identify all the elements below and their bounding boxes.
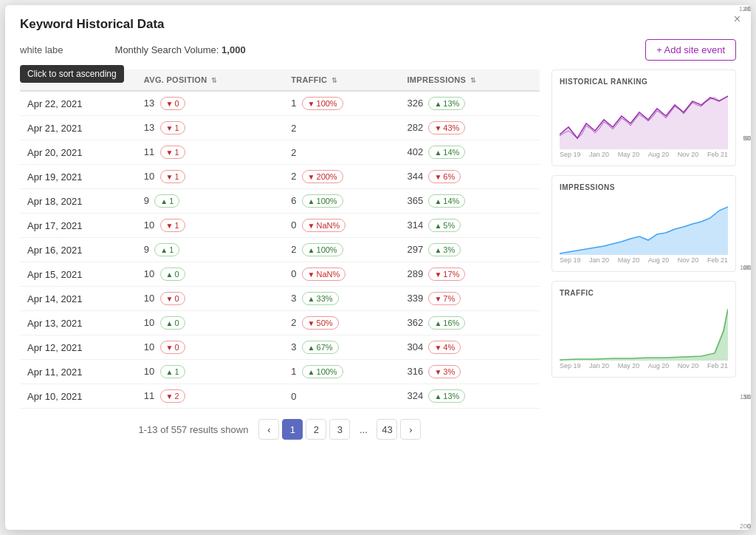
table-row: Apr 19, 202110 ▼12 ▼200%344 ▼6% (20, 165, 540, 189)
position-badge: ▼1 (160, 146, 185, 159)
impressions-cell: 365 ▲14% (400, 189, 540, 214)
impressions-badge: ▼43% (428, 121, 465, 134)
table-row: Apr 12, 202110 ▼03 ▲67%304 ▼4% (20, 335, 540, 360)
impressions-cell: 324 ▲13% (400, 384, 540, 409)
page-2-button[interactable]: 2 (306, 419, 326, 440)
historical-ranking-title: HISTORICAL RANKING (560, 78, 728, 86)
traffic-badge: ▲100% (302, 243, 343, 256)
impressions-badge: ▼4% (428, 341, 461, 354)
table-row: Apr 15, 202110 ▲00 ▼NaN%289 ▼17% (20, 262, 540, 287)
main-content: DATE ⇅ AVG. Position ⇅ TRAFFIC ⇅ IMPRESS… (20, 69, 736, 440)
traffic-cell: 1 ▲100% (284, 360, 399, 384)
impressions-sort-icon: ⇅ (470, 77, 476, 84)
ranking-x-labels: Sep 19Jan 20May 20Aug 20Nov 20Feb 21 (560, 151, 728, 158)
traffic-x-labels: Sep 19Jan 20May 20Aug 20Nov 20Feb 21 (560, 362, 728, 369)
position-cell: 13 ▼0 (137, 91, 284, 116)
page-43-button[interactable]: 43 (377, 419, 397, 440)
position-badge: ▼1 (160, 219, 185, 232)
position-cell: 10 ▼1 (137, 165, 284, 189)
date-cell: Apr 14, 2021 (20, 287, 137, 311)
traffic-cell: 3 ▲67% (284, 335, 399, 360)
pagination: 1-13 of 557 results shown ‹ 1 2 3 ... 43… (20, 419, 540, 440)
sort-tooltip: Click to sort ascending (20, 65, 124, 83)
date-cell: Apr 17, 2021 (20, 214, 137, 238)
date-cell: Apr 11, 2021 (20, 360, 137, 384)
impressions-cell: 402 ▲14% (400, 140, 540, 165)
page-dots: ... (353, 419, 374, 440)
impressions-card: IMPRESSIONS 12K9K6K3K0 Sep 19Jan 20M (551, 175, 736, 272)
svg-marker-1 (560, 207, 728, 255)
table-row: Apr 10, 202111 ▼20324 ▲13% (20, 384, 540, 409)
traffic-cell: 2 ▼50% (284, 311, 399, 335)
col-impressions[interactable]: IMPRESSIONS ⇅ (400, 69, 540, 91)
pagination-info: 1-13 of 557 results shown (139, 424, 249, 435)
impressions-cell: 362 ▲16% (400, 311, 540, 335)
date-cell: Apr 10, 2021 (20, 384, 137, 409)
traffic-chart-title: TRAFFIC (560, 289, 728, 297)
traffic-cell: 0 ▼NaN% (284, 262, 399, 287)
traffic-cell: 2 (284, 140, 399, 165)
svg-marker-2 (560, 309, 728, 361)
svg-marker-0 (560, 96, 728, 149)
impressions-badge: ▲13% (428, 389, 465, 403)
position-badge: ▼2 (160, 389, 185, 403)
date-cell: Apr 13, 2021 (20, 311, 137, 335)
traffic-badge: ▲67% (302, 341, 339, 354)
position-badge: ▼0 (160, 341, 185, 354)
traffic-badge: ▼NaN% (302, 268, 346, 281)
impressions-cell: 344 ▼6% (400, 165, 540, 189)
table-row: Apr 16, 20219 ▲12 ▲100%297 ▲3% (20, 238, 540, 262)
impressions-badge: ▲13% (428, 97, 465, 110)
impressions-cell: 316 ▼3% (400, 360, 540, 384)
impressions-badge: ▲14% (428, 194, 465, 208)
charts-section: HISTORICAL RANKING 15010015020 (551, 69, 736, 440)
position-badge: ▲0 (160, 316, 185, 330)
position-cell: 10 ▲0 (137, 262, 284, 287)
add-site-event-button[interactable]: + Add site event (645, 39, 736, 61)
table-row: Apr 17, 202110 ▼10 ▼NaN%314 ▲5% (20, 214, 540, 238)
traffic-cell: 2 ▲100% (284, 238, 399, 262)
impressions-badge: ▲3% (428, 243, 461, 256)
traffic-cell: 1 ▼100% (284, 91, 399, 116)
date-cell: Apr 21, 2021 (20, 116, 137, 140)
next-page-button[interactable]: › (400, 419, 421, 440)
traffic-cell: 0 (284, 384, 399, 409)
impressions-badge: ▲5% (428, 219, 461, 232)
impressions-cell: 339 ▼7% (400, 287, 540, 311)
position-cell: 11 ▼1 (137, 140, 284, 165)
table-row: Apr 14, 202110 ▼03 ▲33%339 ▼7% (20, 287, 540, 311)
page-3-button[interactable]: 3 (329, 419, 350, 440)
table-row: Apr 22, 202113 ▼01 ▼100%326 ▲13% (20, 91, 540, 116)
traffic-badge: ▼50% (302, 316, 339, 330)
position-badge: ▼0 (160, 292, 185, 305)
modal: × Keyword Historical Data white labe Cli… (5, 5, 751, 530)
traffic-card: TRAFFIC 403020100 Sep 19Jan 20May 20Aug … (551, 281, 736, 378)
historical-ranking-card: HISTORICAL RANKING 15010015020 (551, 69, 736, 166)
prev-page-button[interactable]: ‹ (258, 419, 279, 440)
date-cell: Apr 20, 2021 (20, 140, 137, 165)
position-cell: 11 ▼2 (137, 384, 284, 409)
traffic-cell: 2 (284, 116, 399, 140)
traffic-badge: ▲100% (302, 365, 343, 378)
position-badge: ▲1 (154, 194, 179, 208)
traffic-cell: 3 ▲33% (284, 287, 399, 311)
position-cell: 10 ▲0 (137, 311, 284, 335)
col-avg-position[interactable]: AVG. Position ⇅ (137, 69, 284, 91)
col-traffic[interactable]: TRAFFIC ⇅ (284, 69, 399, 91)
traffic-sort-icon: ⇅ (331, 77, 337, 84)
table-row: Apr 21, 202113 ▼12282 ▼43% (20, 116, 540, 140)
impressions-cell: 314 ▲5% (400, 214, 540, 238)
impressions-badge: ▼7% (428, 292, 461, 305)
traffic-cell: 6 ▲100% (284, 189, 399, 214)
traffic-cell: 2 ▼200% (284, 165, 399, 189)
position-badge: ▲1 (160, 365, 185, 378)
table-row: Apr 18, 20219 ▲16 ▲100%365 ▲14% (20, 189, 540, 214)
traffic-badge: ▼NaN% (302, 219, 346, 232)
position-cell: 9 ▲1 (137, 189, 284, 214)
table-row: Apr 13, 202110 ▲02 ▼50%362 ▲16% (20, 311, 540, 335)
monthly-search: Monthly Search Volume: 1,000 (115, 44, 246, 55)
traffic-badge: ▲33% (302, 292, 339, 305)
position-cell: 13 ▼1 (137, 116, 284, 140)
position-sort-icon: ⇅ (211, 77, 217, 84)
page-1-button[interactable]: 1 (282, 419, 303, 440)
